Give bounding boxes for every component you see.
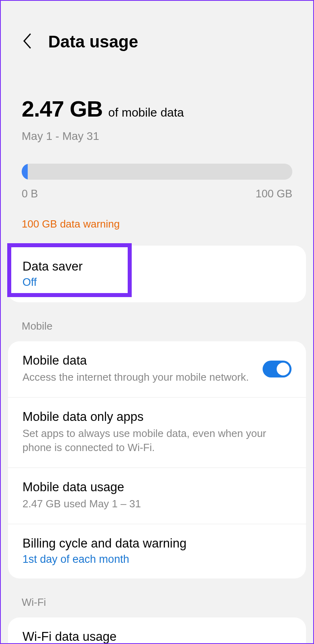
billing-cycle-status: 1st day of each month (22, 553, 292, 566)
data-warning-label: 100 GB data warning (22, 218, 292, 230)
mobile-data-desc: Access the internet through your mobile … (22, 370, 255, 384)
data-saver-item[interactable]: Data saver Off (8, 246, 306, 302)
billing-cycle-item[interactable]: Billing cycle and data warning 1st day o… (8, 524, 306, 578)
wifi-data-usage-text: Wi-Fi data usage (22, 630, 292, 644)
mobile-data-only-apps-item[interactable]: Mobile data only apps Set apps to always… (8, 398, 306, 468)
mobile-data-only-apps-title: Mobile data only apps (22, 410, 292, 424)
mobile-data-text: Mobile data Access the internet through … (22, 353, 255, 384)
progress-min-label: 0 B (22, 188, 38, 200)
usage-label: of mobile data (108, 106, 184, 119)
data-saver-title: Data saver (22, 259, 292, 274)
data-saver-status: Off (22, 276, 292, 289)
mobile-data-usage-item[interactable]: Mobile data usage 2.47 GB used May 1 – 3… (8, 468, 306, 524)
usage-amount-line: 2.47 GB of mobile data (22, 96, 292, 122)
toggle-knob (277, 363, 290, 375)
mobile-data-toggle[interactable] (263, 361, 292, 377)
progress-bar[interactable] (22, 164, 292, 180)
usage-progress: 0 B 100 GB (22, 164, 292, 200)
wifi-data-usage-item[interactable]: Wi-Fi data usage (8, 617, 306, 644)
mobile-data-usage-desc: 2.47 GB used May 1 – 31 (22, 497, 292, 511)
wifi-card: Wi-Fi data usage (8, 617, 306, 644)
mobile-data-usage-text: Mobile data usage 2.47 GB used May 1 – 3… (22, 480, 292, 511)
usage-amount: 2.47 GB (22, 96, 103, 122)
progress-labels: 0 B 100 GB (22, 188, 292, 200)
mobile-card: Mobile data Access the internet through … (8, 341, 306, 578)
mobile-data-only-apps-desc: Set apps to always use mobile data, even… (22, 427, 292, 455)
mobile-data-only-apps-text: Mobile data only apps Set apps to always… (22, 410, 292, 455)
mobile-data-item[interactable]: Mobile data Access the internet through … (8, 341, 306, 398)
billing-cycle-title: Billing cycle and data warning (22, 536, 292, 551)
page-title: Data usage (48, 32, 138, 51)
header: Data usage (1, 1, 313, 51)
mobile-data-usage-title: Mobile data usage (22, 480, 292, 494)
progress-max-label: 100 GB (255, 188, 292, 200)
wifi-data-usage-title: Wi-Fi data usage (22, 630, 292, 644)
mobile-data-title: Mobile data (22, 353, 255, 368)
section-header-wifi: Wi-Fi (1, 578, 313, 609)
usage-summary: 2.47 GB of mobile data May 1 - May 31 0 … (1, 51, 313, 230)
billing-cycle-text: Billing cycle and data warning 1st day o… (22, 536, 292, 566)
progress-fill (22, 164, 28, 180)
section-header-mobile: Mobile (1, 302, 313, 332)
usage-period: May 1 - May 31 (22, 130, 292, 143)
back-icon[interactable] (22, 32, 33, 51)
